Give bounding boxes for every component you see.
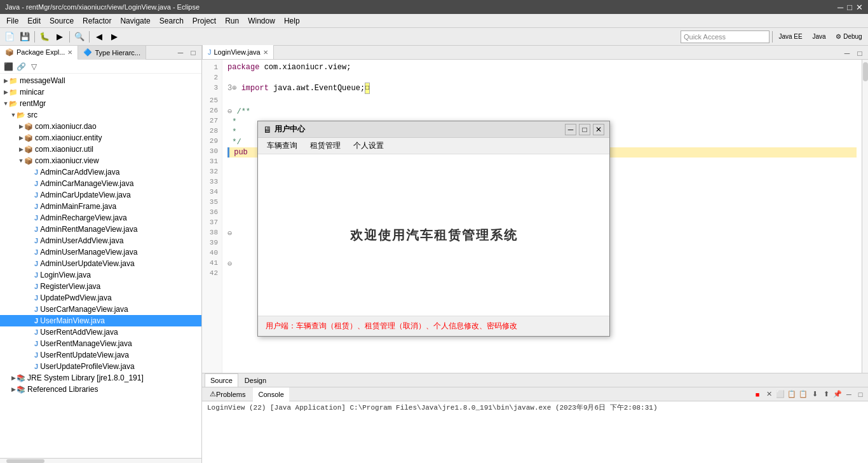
close-editor-tab[interactable]: ✕ [263,49,268,56]
tab-console[interactable]: Console [253,387,288,401]
tree-item-userrentmanage[interactable]: ▶ J UserRentManageView.java [0,338,201,349]
tree-item-registerview[interactable]: ▶ J RegisterView.java [0,281,201,292]
tree-item-rentmgr[interactable]: ▼ 📂 rentMgr [0,98,201,109]
close-package-tab[interactable]: ✕ [67,49,72,56]
tree-item-jre[interactable]: ▶ 📚 JRE System Library [jre1.8.0_191] [0,372,201,384]
tree-item-loginview[interactable]: ▶ J LoginView.java [0,269,201,281]
console-tool-2[interactable]: ⬜ [775,389,785,399]
navigate-fwd-btn[interactable]: ▶ [107,30,121,44]
tree-item-userrentupdate[interactable]: ▶ J UserRentUpdateView.java [0,349,201,361]
tree-item-userupdateprofile[interactable]: ▶ J UserUpdateProfileView.java [0,361,201,372]
warning-icon: ⚠ [210,390,216,398]
new-btn[interactable]: 📄 [3,30,17,44]
console-pin-btn[interactable]: 📌 [832,389,843,399]
menu-help[interactable]: Help [280,15,304,27]
tab-problems[interactable]: ⚠ Problems [205,387,250,401]
float-content: 欢迎使用汽车租赁管理系统 [258,154,609,316]
search-btn[interactable]: 🔍 [72,30,86,44]
tree-item-view[interactable]: ▼ 📦 com.xiaoniucr.view [0,155,201,166]
java-icon: J [34,340,38,347]
menu-file[interactable]: File [3,15,22,27]
tree-item-admincaradd[interactable]: ▶ J AdminCarAddView.java [0,166,201,178]
menu-search[interactable]: Search [156,15,187,27]
menu-project[interactable]: Project [189,15,220,27]
maximize-btn[interactable]: □ [847,3,852,12]
link-editor-btn[interactable]: 🔗 [15,61,27,72]
float-menu-vehicle[interactable]: 车辆查询 [263,139,301,152]
title-bar-controls[interactable]: ─ □ ✕ [837,3,863,12]
close-btn[interactable]: ✕ [856,3,863,12]
tree-item-minicar[interactable]: ▶ 📁 minicar [0,86,201,98]
float-controls: ─ □ ✕ [565,124,604,135]
menu-navigate[interactable]: Navigate [116,15,154,27]
perspective-java[interactable]: Java [807,30,831,44]
tree-item-userentadd[interactable]: ▶ J UserRentAddView.java [0,326,201,338]
tree-item-updatepwd[interactable]: ▶ J UpdatePwdView.java [0,292,201,304]
folder-icon: 📁 [9,88,18,97]
tab-package-explorer[interactable]: 📦 Package Expl... ✕ [0,46,78,60]
menu-source[interactable]: Source [46,15,78,27]
tree-item-adminuseradd[interactable]: ▶ J AdminUserAddView.java [0,235,201,246]
tree-item-messagewall[interactable]: ▶ 📁 messageWall [0,75,201,86]
tree-item-util[interactable]: ▶ 📦 com.xiaoniucr.util [0,144,201,155]
source-design-tabs: Source Design [202,373,868,387]
perspective-debug[interactable]: ⚙ Debug [832,30,865,44]
float-menu-personal[interactable]: 个人设置 [349,139,388,152]
tree-item-adminrecharge[interactable]: ▶ J AdminRechargeView.java [0,212,201,224]
navigate-back-btn[interactable]: ◀ [92,30,106,44]
view-menu-btn[interactable]: ▽ [28,61,39,72]
menu-edit[interactable]: Edit [24,15,44,27]
stop-btn[interactable]: ■ [752,389,763,399]
tree-item-admincarupdate[interactable]: ▶ J AdminCarUpdateView.java [0,189,201,201]
float-maximize-btn[interactable]: □ [579,124,590,135]
menu-run[interactable]: Run [221,15,243,27]
float-minimize-btn[interactable]: ─ [565,124,576,135]
minimize-editor-btn[interactable]: ─ [841,48,853,59]
tree-item-dao[interactable]: ▶ 📦 com.xiaoniucr.dao [0,121,201,132]
console-output: LoginView (22) [Java Application] C:\Pro… [207,404,658,412]
tab-type-hierarchy[interactable]: 🔷 Type Hierarc... [78,46,146,60]
editor-tabs: J LoginView.java ✕ ─ □ [202,46,868,60]
console-tool-4[interactable]: 📋 [798,389,808,399]
tree-item-admincarmanage[interactable]: ▶ J AdminCarManageView.java [0,178,201,189]
tab-loginview[interactable]: J LoginView.java ✕ [202,45,274,59]
console-tool-1[interactable]: ✕ [764,389,774,399]
float-title-bar[interactable]: 🖥 用户中心 ─ □ ✕ [258,121,609,138]
tree-area[interactable]: ▶ 📁 messageWall ▶ 📁 minicar ▼ 📂 rentMgr … [0,74,201,458]
tree-item-usermainview[interactable]: ▶ J UserMainView.java [0,315,201,326]
menu-window[interactable]: Window [244,15,279,27]
perspective-java-ee[interactable]: Java EE [775,30,806,44]
tree-item-adminuserupdate[interactable]: ▶ J AdminUserUpdateView.java [0,258,201,269]
console-min-btn[interactable]: ─ [844,389,854,399]
minimize-panel-btn[interactable]: ─ [175,47,186,58]
tree-item-usercarmanage[interactable]: ▶ J UserCarManageView.java [0,304,201,315]
editor-scrollbar-thumb[interactable] [863,62,868,81]
tree-item-entity[interactable]: ▶ 📦 com.xiaoniucr.entity [0,132,201,144]
editor-scrollbar[interactable] [862,60,868,373]
quick-access-box[interactable]: Quick Access [681,30,770,43]
console-max-btn[interactable]: □ [855,389,865,399]
maximize-editor-btn[interactable]: □ [854,48,865,59]
float-menu-rental[interactable]: 租赁管理 [306,139,344,152]
toolbar-sep-3 [89,31,90,43]
console-tool-5[interactable]: ⬇ [810,389,820,399]
save-btn[interactable]: 💾 [18,30,32,44]
run-btn[interactable]: ▶ [53,30,67,44]
collapse-all-btn[interactable]: ⬛ [3,61,14,72]
tab-source[interactable]: Source [205,373,238,387]
minimize-btn[interactable]: ─ [837,3,843,12]
debug-btn[interactable]: 🐛 [37,30,51,44]
left-scrollbar-thumb[interactable] [6,459,44,463]
tree-item-adminmainframe[interactable]: ▶ J AdminMainFrame.java [0,201,201,212]
tab-design[interactable]: Design [240,373,271,387]
console-tool-3[interactable]: 📋 [787,389,797,399]
float-close-btn[interactable]: ✕ [593,124,604,135]
console-tool-6[interactable]: ⬆ [821,389,831,399]
tree-item-reflibrary[interactable]: ▶ 📚 Referenced Libraries [0,384,201,395]
floating-window: 🖥 用户中心 ─ □ ✕ 车辆查询 租赁管理 个人设置 欢迎使用汽车租赁管理系统… [257,121,610,337]
tree-item-src[interactable]: ▼ 📂 src [0,109,201,121]
tree-item-adminusermanage[interactable]: ▶ J AdminUserManageView.java [0,246,201,258]
menu-refactor[interactable]: Refactor [79,15,115,27]
maximize-panel-btn[interactable]: □ [187,47,199,58]
tree-item-adminrentmanage[interactable]: ▶ J AdminRentManageView.java [0,224,201,235]
